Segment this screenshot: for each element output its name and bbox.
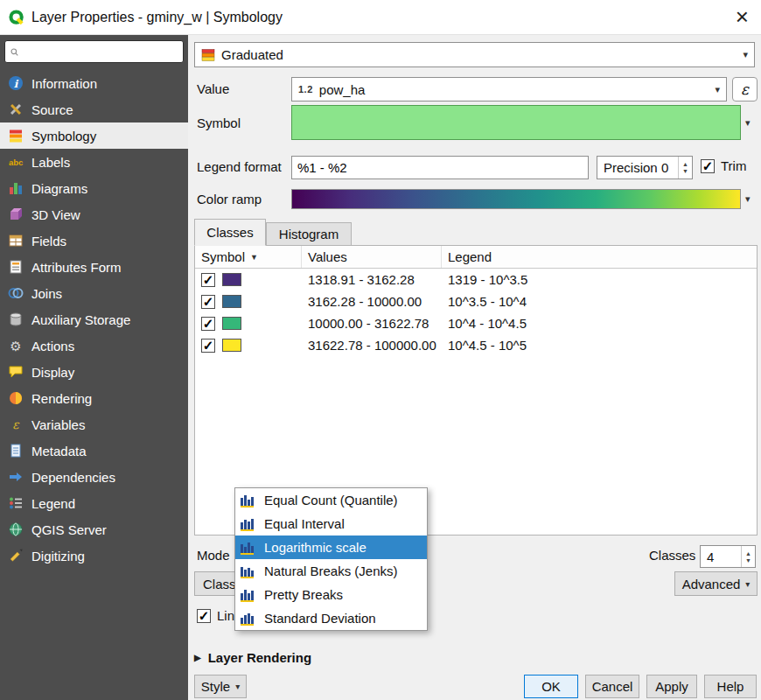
menu-item-logarithmic-scale[interactable]: Logarithmic scale [235, 536, 427, 559]
spin-down-icon[interactable]: ▼ [682, 168, 688, 174]
sidebar-item-label: Dependencies [31, 470, 115, 485]
sidebar-item-label: Attributes Form [31, 260, 122, 275]
spin-up-icon[interactable]: ▲ [682, 161, 688, 167]
checkbox-checked-icon[interactable]: ✓ [701, 159, 715, 173]
sidebar-item-diagrams[interactable]: Diagrams [0, 175, 188, 201]
tab-histogram[interactable]: Histogram [266, 222, 352, 246]
checkbox-checked-icon[interactable]: ✓ [197, 609, 211, 623]
sidebar-item-metadata[interactable]: Metadata [0, 438, 188, 464]
search-input[interactable] [24, 46, 178, 59]
column-header-legend[interactable]: Legend [442, 246, 757, 268]
sidebar-item-3d-view[interactable]: 3D View [0, 201, 188, 228]
column-header-label: Symbol [201, 249, 245, 264]
column-header-label: Values [308, 249, 347, 264]
menu-item-equal-count[interactable]: Equal Count (Quantile) [235, 488, 427, 512]
sidebar-item-digitizing[interactable]: Digitizing [0, 542, 188, 569]
table-row[interactable]: ✓ 31622.78 - 100000.00 10^4.5 - 10^5 [195, 334, 757, 356]
sidebar-item-labels[interactable]: abc Labels [0, 149, 188, 175]
class-checkbox[interactable]: ✓ [201, 339, 215, 353]
cube-3d-icon [8, 206, 24, 222]
class-color-swatch[interactable] [222, 339, 241, 352]
table-row[interactable]: ✓ 10000.00 - 31622.78 10^4 - 10^4.5 [195, 312, 757, 334]
sidebar-item-actions[interactable]: ⚙ Actions [0, 332, 188, 359]
spin-up-icon[interactable]: ▲ [745, 550, 751, 556]
column-header-values[interactable]: Values [302, 246, 442, 268]
class-color-swatch[interactable] [222, 317, 241, 330]
sidebar-item-attributes-form[interactable]: Attributes Form [0, 254, 188, 280]
layer-properties-dialog: Layer Properties - gminy_w | Symbology ×… [0, 0, 761, 700]
sidebar-item-legend[interactable]: Legend [0, 490, 188, 516]
ok-button[interactable]: OK [524, 675, 578, 698]
sidebar-item-dependencies[interactable]: Dependencies [0, 464, 188, 490]
sidebar-item-information[interactable]: i Information [0, 70, 188, 96]
spin-down-icon[interactable]: ▼ [745, 557, 751, 564]
layer-rendering-label: Layer Rendering [208, 650, 311, 665]
class-color-swatch[interactable] [222, 295, 241, 308]
help-button[interactable]: Help [704, 675, 757, 698]
tab-classes[interactable]: Classes [194, 219, 266, 246]
legend-cell[interactable]: 10^4 - 10^4.5 [442, 312, 757, 334]
value-field-select[interactable]: 1.2 pow_ha ▾ [291, 77, 727, 102]
legend-cell[interactable]: 10^3.5 - 10^4 [442, 290, 757, 312]
menu-item-label: Equal Count (Quantile) [264, 493, 398, 508]
information-icon: i [8, 75, 24, 91]
sidebar-item-rendering[interactable]: Rendering [0, 385, 188, 411]
sidebar-item-joins[interactable]: Joins [0, 280, 188, 306]
menu-item-equal-interval[interactable]: Equal Interval [235, 512, 427, 536]
menu-item-natural-breaks[interactable]: Natural Breaks (Jenks) [235, 559, 427, 583]
sidebar-item-source[interactable]: Source [0, 96, 188, 122]
sidebar-item-symbology[interactable]: Symbology [0, 122, 188, 149]
menu-item-pretty-breaks[interactable]: Pretty Breaks [235, 583, 427, 606]
fields-icon [8, 233, 24, 248]
menu-item-standard-deviation[interactable]: Standard Deviation [235, 606, 427, 630]
style-menu-button[interactable]: Style ▾ [194, 675, 247, 698]
actions-gear-icon: ⚙ [8, 338, 24, 354]
renderer-select[interactable]: Graduated ▾ [194, 42, 755, 67]
sidebar-item-qgis-server[interactable]: QGIS Server [0, 516, 188, 542]
values-cell[interactable]: 31622.78 - 100000.00 [302, 334, 442, 356]
table-row[interactable]: ✓ 3162.28 - 10000.00 10^3.5 - 10^4 [195, 290, 757, 312]
trim-checkbox[interactable]: ✓ Trim [701, 158, 746, 173]
symbol-dropdown-icon[interactable]: ▾ [745, 117, 751, 129]
legend-format-input[interactable] [291, 156, 589, 179]
classes-count-value: 4 [707, 550, 714, 564]
sidebar-item-auxiliary-storage[interactable]: Auxiliary Storage [0, 306, 188, 332]
legend-cell[interactable]: 1319 - 10^3.5 [442, 269, 757, 290]
svg-text:abc: abc [9, 158, 23, 167]
sidebar-item-label: Labels [31, 155, 70, 170]
menu-item-label: Equal Interval [264, 516, 345, 531]
legend-cell[interactable]: 10^4.5 - 10^5 [442, 334, 757, 356]
mode-label: Mode [197, 548, 230, 563]
expression-builder-button[interactable]: ε [732, 77, 758, 102]
table-row[interactable]: ✓ 1318.91 - 3162.28 1319 - 10^3.5 [195, 269, 757, 290]
column-dropdown-icon[interactable]: ▼ [250, 253, 258, 262]
color-ramp-dropdown-icon[interactable]: ▾ [745, 193, 751, 205]
spinner-arrows[interactable]: ▲▼ [678, 157, 692, 178]
values-cell[interactable]: 1318.91 - 3162.28 [302, 269, 442, 290]
color-ramp-preview[interactable] [291, 189, 741, 209]
class-color-swatch[interactable] [222, 273, 241, 286]
layer-rendering-section-header[interactable]: ▶ Layer Rendering [194, 650, 311, 665]
advanced-button[interactable]: Advanced ▾ [674, 571, 758, 596]
sidebar-item-variables[interactable]: ε Variables [0, 411, 188, 438]
graduated-renderer-icon [201, 48, 215, 62]
chevron-down-icon: ▾ [745, 579, 750, 589]
sidebar-item-fields[interactable]: Fields [0, 228, 188, 254]
spinner-arrows[interactable]: ▲▼ [741, 546, 755, 567]
values-cell[interactable]: 3162.28 - 10000.00 [302, 290, 442, 312]
sidebar-item-label: Joins [31, 286, 62, 301]
apply-button[interactable]: Apply [646, 675, 697, 698]
class-checkbox[interactable]: ✓ [201, 295, 215, 309]
column-header-symbol[interactable]: Symbol ▼ [195, 246, 302, 268]
symbol-preview[interactable] [291, 105, 741, 140]
cancel-button[interactable]: Cancel [585, 675, 639, 698]
class-checkbox[interactable]: ✓ [201, 273, 215, 287]
sidebar-item-display[interactable]: Display [0, 359, 188, 385]
sidebar-item-label: Display [31, 365, 74, 380]
close-icon[interactable]: × [736, 4, 749, 30]
class-checkbox[interactable]: ✓ [201, 317, 215, 331]
precision-spinner[interactable]: Precision 0 ▲▼ [597, 156, 693, 179]
chevron-down-icon: ▾ [709, 84, 726, 95]
values-cell[interactable]: 10000.00 - 31622.78 [302, 312, 442, 334]
classes-count-spinner[interactable]: 4 ▲▼ [700, 545, 756, 568]
